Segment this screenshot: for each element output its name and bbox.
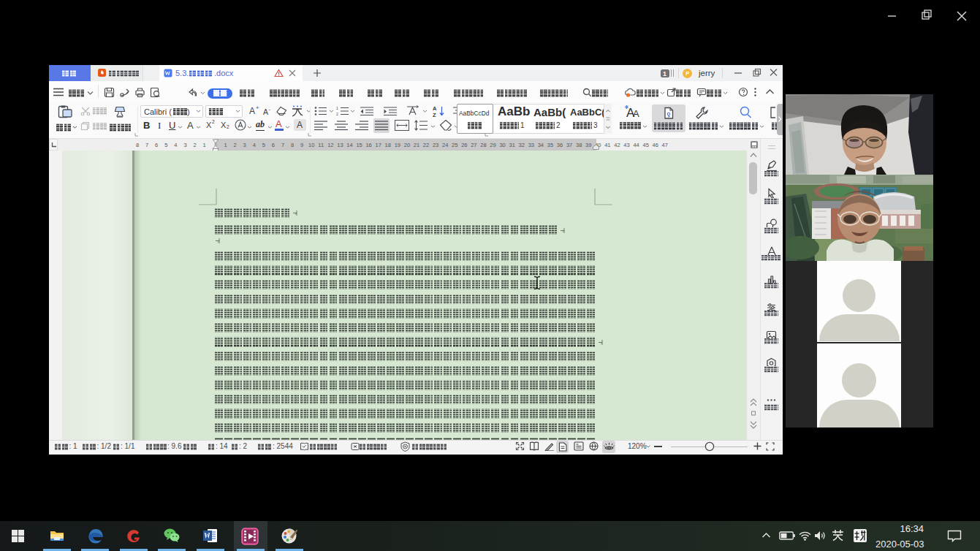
svg-text:1: 1 [336,106,338,110]
svg-text:Z: Z [433,112,436,118]
svg-text:2: 2 [336,112,338,116]
svg-text:A: A [633,108,639,119]
